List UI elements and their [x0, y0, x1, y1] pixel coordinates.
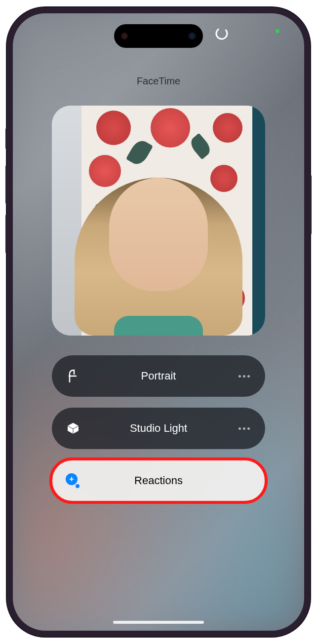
- reactions-icon: +: [65, 472, 81, 489]
- iphone-frame: FaceTime: [7, 7, 310, 637]
- preview-image: [52, 106, 265, 336]
- portrait-button[interactable]: Portrait: [52, 355, 265, 397]
- front-camera: [188, 32, 196, 40]
- effects-controls: Portrait Studio: [52, 355, 265, 501]
- facetime-effects-panel: FaceTime: [13, 13, 304, 631]
- dynamic-island[interactable]: [114, 24, 203, 48]
- camera-privacy-indicator: [276, 29, 279, 33]
- portrait-icon: [65, 368, 81, 384]
- volume-up-button: [5, 165, 7, 204]
- portrait-label: Portrait: [81, 370, 236, 382]
- proximity-sensor: [121, 33, 128, 39]
- power-button: [310, 175, 312, 234]
- studio-light-button[interactable]: Studio Light: [52, 408, 265, 449]
- video-preview[interactable]: [52, 106, 265, 336]
- volume-down-button: [5, 215, 7, 253]
- more-icon: [238, 375, 250, 378]
- silent-switch: [5, 128, 7, 149]
- cube-icon: [65, 420, 81, 437]
- screen: FaceTime: [13, 13, 304, 631]
- studio-light-label: Studio Light: [81, 422, 236, 435]
- more-icon: [238, 427, 250, 430]
- reactions-button[interactable]: + Reactions: [52, 460, 265, 501]
- home-indicator[interactable]: [113, 621, 204, 624]
- reactions-label: Reactions: [81, 474, 236, 487]
- studio-light-more-button[interactable]: [236, 427, 252, 430]
- portrait-more-button[interactable]: [236, 375, 252, 378]
- app-title: FaceTime: [137, 76, 180, 87]
